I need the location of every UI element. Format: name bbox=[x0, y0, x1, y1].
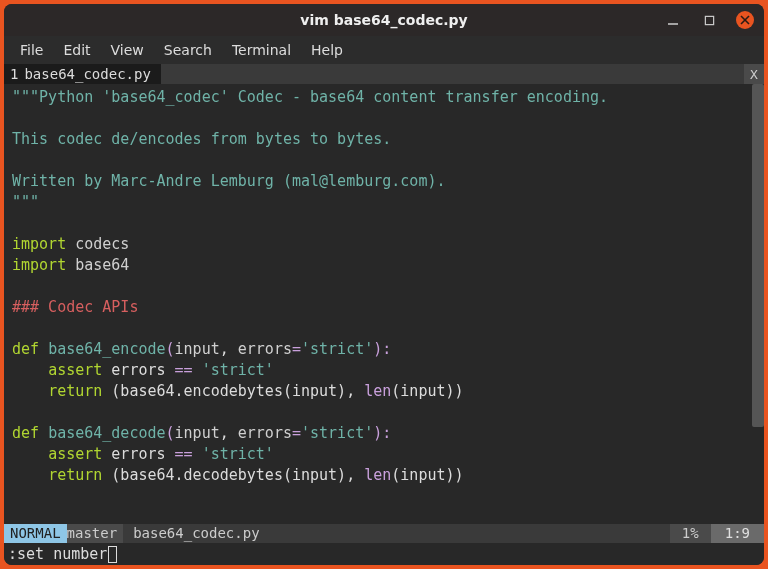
statusline: NORMAL master base64_codec.py 1% 1:9 bbox=[4, 524, 764, 543]
svg-rect-1 bbox=[705, 16, 713, 24]
tab-active[interactable]: 1 base64_codec.py bbox=[4, 64, 161, 84]
window-title: vim base64_codec.py bbox=[4, 12, 764, 28]
status-fill bbox=[270, 524, 670, 543]
scrollbar-thumb[interactable] bbox=[752, 84, 764, 427]
menubar: File Edit View Search Terminal Help bbox=[4, 36, 764, 64]
scrollbar[interactable] bbox=[752, 84, 764, 524]
status-percent: 1% bbox=[670, 524, 711, 543]
status-branch: master bbox=[67, 524, 124, 543]
tabline: 1 base64_codec.py X bbox=[4, 64, 764, 84]
menu-file[interactable]: File bbox=[12, 40, 51, 60]
tabline-fill bbox=[161, 64, 744, 84]
minimize-button[interactable] bbox=[664, 11, 682, 29]
titlebar[interactable]: vim base64_codec.py bbox=[4, 4, 764, 36]
status-position: 1:9 bbox=[711, 524, 764, 543]
window-controls bbox=[664, 4, 754, 36]
command-text: :set number bbox=[8, 545, 107, 563]
code-editor[interactable]: """Python 'base64_codec' Codec - base64 … bbox=[4, 84, 752, 524]
menu-edit[interactable]: Edit bbox=[55, 40, 98, 60]
cursor-icon bbox=[108, 546, 117, 563]
tab-filename: base64_codec.py bbox=[24, 66, 150, 82]
command-line[interactable]: :set number bbox=[4, 543, 764, 565]
maximize-button[interactable] bbox=[700, 11, 718, 29]
menu-terminal[interactable]: Terminal bbox=[224, 40, 299, 60]
editor-area: """Python 'base64_codec' Codec - base64 … bbox=[4, 84, 764, 524]
status-file: base64_codec.py bbox=[123, 524, 269, 543]
terminal-window: vim base64_codec.py File Edit View Searc… bbox=[4, 4, 764, 565]
menu-search[interactable]: Search bbox=[156, 40, 220, 60]
menu-help[interactable]: Help bbox=[303, 40, 351, 60]
tab-index: 1 bbox=[10, 66, 18, 82]
menu-view[interactable]: View bbox=[103, 40, 152, 60]
status-mode: NORMAL bbox=[4, 524, 67, 543]
tab-close-button[interactable]: X bbox=[744, 64, 764, 84]
close-button[interactable] bbox=[736, 11, 754, 29]
